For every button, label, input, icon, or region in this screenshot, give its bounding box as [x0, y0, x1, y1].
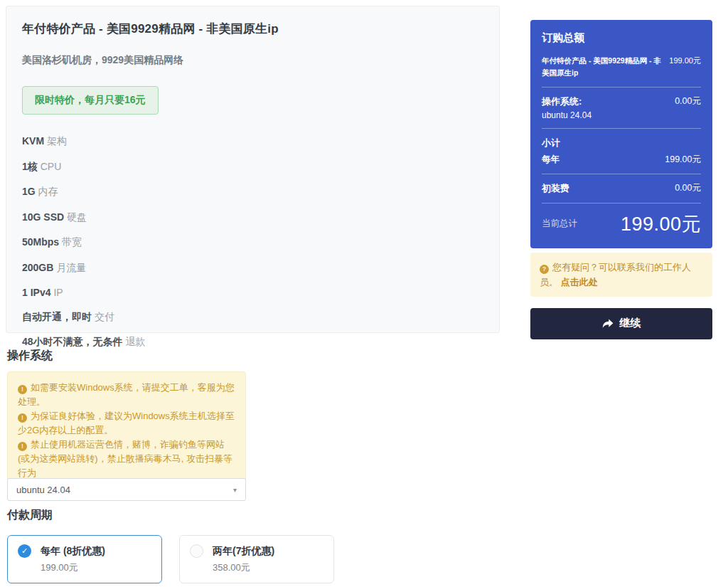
summary-os-label: 操作系统:	[542, 95, 582, 108]
divider	[542, 87, 701, 88]
feature-ram: 1G 内存	[22, 186, 483, 199]
feature-disk: 10G SSD 硬盘	[22, 211, 483, 224]
billing-option-price: 199.00元	[41, 561, 151, 574]
feature-provision: 自动开通，即时 交付	[22, 311, 483, 324]
feature-arch: KVM 架构	[22, 135, 483, 148]
help-notice: ?您有疑问？可以联系我们的工作人员。 点击此处	[530, 253, 712, 297]
summary-product-name: 年付特价产品 - 美国9929精品网 - 非美国原生ip	[542, 55, 663, 79]
summary-os-price: 0.00元	[675, 95, 701, 108]
order-summary-sidebar: 订购总额 年付特价产品 - 美国9929精品网 - 非美国原生ip 199.00…	[530, 20, 712, 339]
product-title: 年付特价产品 - 美国9929精品网 - 非美国原生ip	[22, 21, 483, 37]
divider	[542, 174, 701, 174]
summary-subtotal-price: 199.00元	[665, 154, 701, 166]
summary-cycle-row: 每年 199.00元	[542, 154, 701, 166]
check-circle-icon[interactable]: ✓	[18, 544, 31, 558]
billing-option-label: 两年(7折优惠)	[213, 545, 274, 558]
feature-list: KVM 架构 1核 CPU 1G 内存 10G SSD 硬盘 50Mbps 带宽…	[22, 135, 483, 349]
warning-line: !如需要安装Windows系统，请提交工单，客服为您处理。	[18, 381, 235, 409]
order-summary-heading: 订购总额	[542, 31, 701, 45]
billing-section-heading: 付款周期	[7, 508, 53, 523]
summary-cycle-label: 每年	[542, 154, 560, 166]
feature-cpu: 1核 CPU	[22, 161, 483, 174]
feature-bandwidth: 50Mbps 带宽	[22, 236, 483, 249]
divider	[542, 128, 701, 129]
exclamation-circle-icon: !	[18, 413, 27, 423]
promo-badge: 限时特价，每月只要16元	[22, 86, 159, 115]
question-circle-icon: ?	[540, 265, 549, 274]
billing-options: ✓ 每年 (8折优惠) 199.00元 两年(7折优惠) 358.00元	[7, 535, 334, 583]
billing-option-price: 358.00元	[213, 561, 323, 574]
summary-subtotal-label: 小计	[542, 137, 701, 149]
summary-total-row: 当前总计 199.00元	[542, 211, 701, 237]
os-select[interactable]: ubuntu 24.04 ▾	[7, 478, 246, 501]
warning-line: !为保证良好体验，建议为Windows系统主机选择至少2G内存以上的配置。	[18, 409, 235, 438]
summary-setup-label: 初装费	[542, 182, 569, 195]
product-panel: 年付特价产品 - 美国9929精品网 - 非美国原生ip 美国洛杉矶机房，992…	[6, 6, 500, 333]
os-select-value: ubuntu 24.04	[16, 485, 70, 495]
warning-line: !禁止使用机器运营色情，赌博，诈骗钓鱼等网站(或为这类网站跳转)，禁止散播病毒木…	[18, 438, 235, 480]
summary-total-label: 当前总计	[542, 218, 577, 230]
billing-option-label: 每年 (8折优惠)	[41, 545, 105, 558]
billing-option-biennial[interactable]: 两年(7折优惠) 358.00元	[179, 535, 334, 583]
summary-setup-row: 初装费 0.00元	[542, 182, 701, 195]
continue-button[interactable]: 继续	[530, 308, 712, 339]
summary-setup-price: 0.00元	[675, 182, 701, 195]
feature-ip: 1 IPv4 IP	[22, 287, 483, 298]
radio-unchecked-icon[interactable]	[190, 544, 203, 558]
summary-os-value: ubuntu 24.04	[542, 110, 701, 120]
os-section-heading: 操作系统	[7, 349, 53, 364]
feature-traffic: 200GB 月流量	[22, 262, 483, 275]
summary-product-price: 199.00元	[665, 55, 701, 79]
summary-product-row: 年付特价产品 - 美国9929精品网 - 非美国原生ip 199.00元	[542, 55, 701, 79]
divider	[542, 203, 701, 203]
exclamation-circle-icon: !	[18, 442, 27, 451]
exclamation-circle-icon: !	[18, 385, 27, 394]
feature-refund: 48小时不满意，无条件 退款	[22, 336, 483, 349]
summary-os-row: 操作系统: 0.00元	[542, 95, 701, 108]
product-subtitle: 美国洛杉矶机房，9929美国精品网络	[22, 54, 483, 67]
order-config-page: 年付特价产品 - 美国9929精品网 - 非美国原生ip 美国洛杉矶机房，992…	[0, 0, 728, 587]
help-link[interactable]: 点击此处	[561, 277, 598, 287]
forward-arrow-icon	[602, 319, 614, 329]
billing-option-annual[interactable]: ✓ 每年 (8折优惠) 199.00元	[7, 535, 162, 583]
summary-total-price: 199.00元	[621, 211, 701, 237]
os-warning-box: !如需要安装Windows系统，请提交工单，客服为您处理。 !为保证良好体验，建…	[7, 371, 246, 490]
continue-button-label: 继续	[620, 317, 641, 330]
order-summary-panel: 订购总额 年付特价产品 - 美国9929精品网 - 非美国原生ip 199.00…	[530, 20, 712, 248]
chevron-down-icon: ▾	[233, 486, 237, 494]
